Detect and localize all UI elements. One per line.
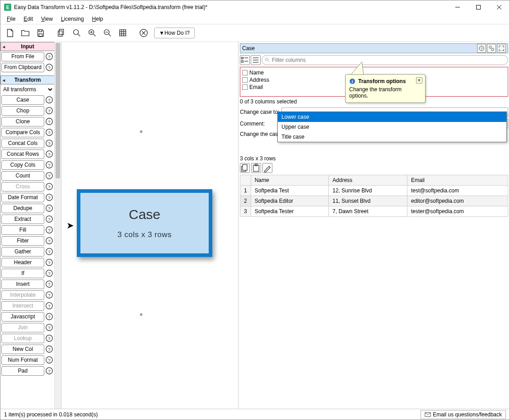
help-icon[interactable]: ? <box>45 366 54 375</box>
help-icon[interactable]: ? <box>45 128 54 137</box>
help-icon[interactable]: ? <box>45 225 54 234</box>
help-icon[interactable]: ? <box>45 323 54 332</box>
open-folder-icon[interactable] <box>19 26 32 40</box>
transform-dedupe-button[interactable]: Dedupe <box>1 204 44 213</box>
transform-if-button[interactable]: If <box>1 269 44 278</box>
help-icon[interactable]: ? <box>45 345 54 354</box>
table-row: 3Softpedia Tester7, Dawn Streettester@so… <box>240 206 508 217</box>
close-button[interactable] <box>489 0 510 14</box>
zoom-out-icon[interactable] <box>101 26 114 40</box>
help-icon[interactable]: ? <box>45 215 54 224</box>
from-file-button[interactable]: From File <box>1 52 44 61</box>
help-icon[interactable]: ? <box>45 258 54 267</box>
copy-icon[interactable] <box>240 163 250 173</box>
help-icon[interactable]: ? <box>45 334 54 343</box>
transform-pad-button[interactable]: Pad <box>1 366 44 376</box>
menu-help[interactable]: Help <box>89 15 107 23</box>
dropdown-option[interactable]: Upper case <box>278 122 506 132</box>
save-icon[interactable] <box>34 26 47 40</box>
filter-columns-input[interactable] <box>262 55 508 65</box>
transform-chop-button[interactable]: Chop <box>1 106 44 116</box>
transform-num-format-button[interactable]: Num Format <box>1 355 44 365</box>
help-icon[interactable]: ? <box>45 301 54 310</box>
help-icon[interactable]: ? <box>45 52 54 61</box>
expand-icon[interactable] <box>497 44 506 53</box>
help-icon[interactable]: ? <box>45 171 54 180</box>
from-clipboard-button[interactable]: From Clipboard <box>1 63 44 72</box>
new-file-icon[interactable] <box>3 26 17 40</box>
table-header[interactable]: Name <box>251 175 328 186</box>
transform-filter-dropdown[interactable]: All transforms <box>1 86 54 93</box>
transform-clone-button[interactable]: Clone <box>1 117 44 126</box>
cancel-circle-icon[interactable] <box>137 26 150 40</box>
transform-concat-cols-button[interactable]: Concat Cols <box>1 139 44 148</box>
transform-header-button[interactable]: Header <box>1 258 44 267</box>
dropdown-option[interactable]: Title case <box>278 132 506 142</box>
input-section-header[interactable]: Input <box>0 42 55 51</box>
help-icon[interactable]: ? <box>45 149 54 159</box>
transform-concat-rows-button[interactable]: Concat Rows <box>1 149 44 159</box>
transform-date-format-button[interactable]: Date Format <box>1 193 44 202</box>
help-icon[interactable]: ? <box>45 117 54 126</box>
zoom-icon[interactable] <box>70 26 84 40</box>
settings-icon[interactable] <box>487 44 496 53</box>
svg-text:?: ? <box>481 47 483 51</box>
help-icon[interactable]: ? <box>45 204 54 213</box>
help-icon[interactable]: ? <box>45 280 54 289</box>
list-checked-icon[interactable] <box>240 55 250 65</box>
feedback-button[interactable]: Email us questions/feedback <box>421 410 506 419</box>
menu-view[interactable]: View <box>37 15 56 23</box>
grid-icon[interactable] <box>116 26 130 40</box>
svg-line-11 <box>94 34 96 37</box>
transform-case-button[interactable]: Case <box>1 95 44 105</box>
transform-insert-button[interactable]: Insert <box>1 280 44 289</box>
transform-extract-button[interactable]: Extract <box>1 215 44 224</box>
table-header[interactable]: Email <box>407 175 508 186</box>
dropdown-option[interactable]: Lower case <box>278 112 506 122</box>
help-icon[interactable]: ? <box>45 355 54 364</box>
copy-icon[interactable] <box>55 26 68 40</box>
help-icon[interactable]: ? <box>45 290 54 299</box>
tooltip-close-icon[interactable]: ✕ <box>416 77 422 84</box>
how-do-i-button[interactable]: ▼How Do I? <box>154 28 195 38</box>
menu-licensing[interactable]: Licensing <box>57 15 88 23</box>
minimize-button[interactable] <box>447 0 468 14</box>
help-icon[interactable]: ? <box>45 160 54 169</box>
table-header[interactable]: Address <box>329 175 407 186</box>
paste-icon[interactable] <box>251 163 261 173</box>
table-cell: 7, Dawn Street <box>329 206 407 217</box>
svg-text:?: ? <box>48 271 51 276</box>
maximize-button[interactable] <box>468 0 489 14</box>
menu-edit[interactable]: Edit <box>20 15 37 23</box>
table-cell: editor@softpedia.com <box>407 196 508 206</box>
transform-copy-cols-button[interactable]: Copy Cols <box>1 160 44 170</box>
zoom-in-icon[interactable] <box>85 26 99 40</box>
case-node[interactable]: Case 3 cols x 3 rows <box>77 189 212 257</box>
help-icon[interactable]: ? <box>45 95 54 104</box>
help-icon[interactable]: ? <box>45 139 54 148</box>
help-icon[interactable]: ? <box>45 182 54 191</box>
transform-filter-button[interactable]: Filter <box>1 236 44 246</box>
transform-section-header[interactable]: Transform <box>0 75 55 84</box>
svg-point-87 <box>491 48 494 51</box>
menu-file[interactable]: File <box>3 15 19 23</box>
help-icon[interactable]: ? <box>45 106 54 115</box>
help-icon[interactable]: ? <box>45 269 54 278</box>
transform-gather-button[interactable]: Gather <box>1 247 44 257</box>
help-icon[interactable]: ? <box>45 63 54 72</box>
transform-javascript-button[interactable]: Javascript <box>1 312 44 322</box>
help-icon[interactable]: ? <box>45 236 54 245</box>
transform-compare-cols-button[interactable]: Compare Cols <box>1 128 44 137</box>
scrollbar[interactable] <box>54 42 61 409</box>
edit-icon[interactable] <box>262 163 272 173</box>
transform-count-button[interactable]: Count <box>1 171 44 181</box>
transform-fill-button[interactable]: Fill <box>1 225 44 235</box>
svg-text:?: ? <box>48 119 51 124</box>
transform-new-col-button[interactable]: New Col <box>1 345 44 354</box>
help-icon[interactable]: ? <box>477 44 486 53</box>
help-icon[interactable]: ? <box>45 312 54 321</box>
help-icon[interactable]: ? <box>45 193 54 202</box>
list-icon[interactable] <box>251 55 261 65</box>
help-icon[interactable]: ? <box>45 247 54 256</box>
canvas[interactable]: ➤ Case 3 cols x 3 rows <box>61 42 239 409</box>
